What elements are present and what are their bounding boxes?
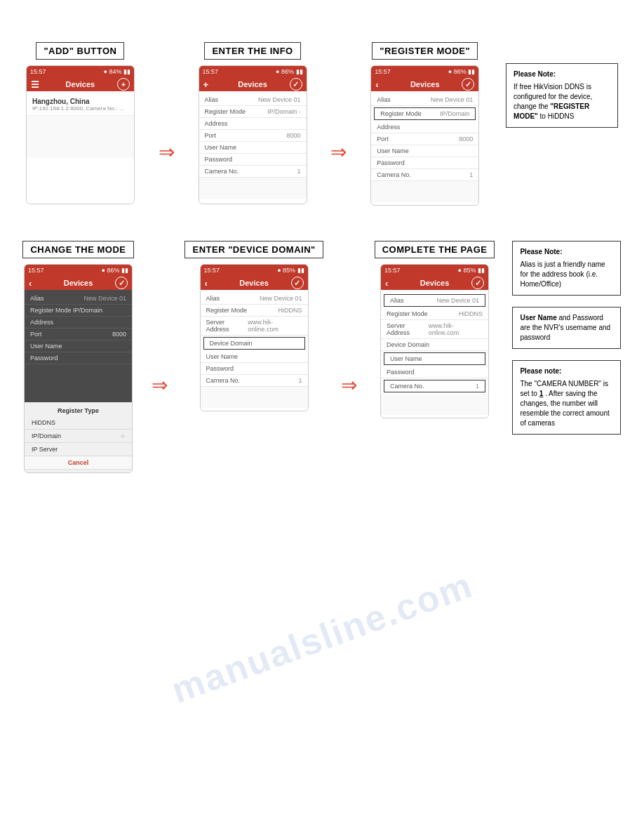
phone6-time: 15:57 bbox=[384, 267, 401, 274]
phone6-bar: 15:57 ● 85% ▮▮ bbox=[381, 265, 488, 276]
note4-box: Please note: The "CAMERA NUMBER" is set … bbox=[512, 360, 621, 435]
username-label6: User Name bbox=[390, 355, 422, 362]
server-value6: www.hik-online.com bbox=[429, 322, 483, 336]
phone5-title: Devices bbox=[239, 279, 269, 287]
phone2-title: Devices bbox=[238, 80, 267, 88]
note1-box: Please Note: If free HikVision DDNS is c… bbox=[506, 63, 618, 128]
check-icon3[interactable]: ✓ bbox=[462, 78, 474, 91]
server-label5: Server Address bbox=[206, 319, 248, 333]
phone3-title: Devices bbox=[410, 80, 440, 88]
row-camera2: Camera No. 1 bbox=[199, 166, 307, 178]
row-password2: Password bbox=[199, 154, 307, 166]
row-alias5: Alias New Device 01 bbox=[201, 293, 308, 305]
device-domain-label5: Device Domain bbox=[210, 340, 253, 347]
bottom-row: CHANGE THE MODE 15:57 ● 86% ▮▮ ‹ Devices… bbox=[14, 241, 630, 473]
row-username5: User Name bbox=[201, 351, 308, 363]
username-label4: User Name bbox=[30, 343, 62, 350]
phone4-bar: 15:57 ● 86% ▮▮ bbox=[25, 265, 132, 276]
row-server6: Server Address www.hik-online.com bbox=[381, 320, 488, 339]
alias-label2: Alias bbox=[205, 96, 219, 103]
row-register5: Register Mode HiDDNS bbox=[201, 305, 308, 317]
camera-value5: 1 bbox=[299, 377, 302, 384]
check-icon2[interactable]: ✓ bbox=[290, 78, 302, 91]
device-name: Hangzhou, China bbox=[32, 98, 128, 105]
arrow2: ⇒ bbox=[330, 140, 347, 164]
step4-block: CHANGE THE MODE 15:57 ● 86% ▮▮ ‹ Devices… bbox=[22, 241, 133, 473]
row-port3: Port 8000 bbox=[371, 133, 478, 145]
hiddns-item[interactable]: HiDDNS bbox=[25, 416, 132, 430]
address-label4: Address bbox=[30, 319, 53, 326]
phone3-content: Alias New Device 01 Register Mode IP/Dom… bbox=[371, 91, 478, 205]
register-label4: Register Mode IP/Domain bbox=[30, 307, 102, 314]
alias-value6: New Device 01 bbox=[437, 297, 480, 304]
device-sub: IP:192.168.1.2:8000, Camera No.: ... bbox=[32, 105, 128, 112]
step4-label: CHANGE THE MODE bbox=[22, 241, 133, 258]
check-icon4[interactable]: ✓ bbox=[115, 277, 128, 289]
note2-title: Please Note: bbox=[520, 247, 613, 257]
phone3-header: ‹ Devices ✓ bbox=[371, 77, 478, 91]
row-password6: Password bbox=[381, 366, 488, 378]
ipserver-item[interactable]: IP Server bbox=[25, 443, 132, 456]
phone1-time: 15:57 bbox=[30, 68, 46, 75]
step3-block: "REGISTER MODE" 15:57 ● 86% ▮▮ ‹ Devices… bbox=[370, 42, 479, 206]
phone3-bar: 15:57 ● 86% ▮▮ bbox=[371, 66, 478, 77]
phone1-header: ☰ Devices + bbox=[27, 77, 134, 91]
arrow1: ⇒ bbox=[159, 140, 175, 164]
phone4-title: Devices bbox=[64, 279, 93, 287]
register-label3: Register Mode bbox=[380, 110, 422, 117]
ipdomain-item[interactable]: IP/Domain ○ bbox=[25, 430, 132, 443]
phone1-content: Hangzhou, China IP:192.168.1.2:8000, Cam… bbox=[27, 91, 134, 204]
ipdomain-radio: ○ bbox=[121, 432, 125, 439]
alias-value2: New Device 01 bbox=[258, 96, 301, 103]
step6-label: COMPLETE THE PAGE bbox=[375, 241, 495, 258]
phone1: 15:57 ● 84% ▮▮ ☰ Devices + Hangzhou, Chi… bbox=[26, 65, 135, 204]
server-value5: www.hik-online.com bbox=[248, 319, 302, 333]
check-icon5[interactable]: ✓ bbox=[291, 277, 304, 289]
camera-value3: 1 bbox=[469, 171, 473, 178]
server-label6: Server Address bbox=[387, 322, 429, 336]
port-value4: 8000 bbox=[112, 331, 126, 338]
phone5-time: 15:57 bbox=[204, 267, 220, 274]
phone1-bar: 15:57 ● 84% ▮▮ bbox=[27, 66, 134, 77]
phone4-content: Alias New Device 01 Register Mode IP/Dom… bbox=[25, 290, 132, 402]
phone1-title: Devices bbox=[66, 80, 95, 88]
password-label4: Password bbox=[30, 355, 58, 362]
alias-value3: New Device 01 bbox=[431, 96, 474, 103]
camera-label5: Camera No. bbox=[206, 377, 241, 384]
phone5: 15:57 ● 85% ▮▮ ‹ Devices ✓ Alias New Dev… bbox=[200, 264, 309, 411]
row-alias4: Alias New Device 01 bbox=[25, 293, 132, 305]
row-camera6-highlight: Camera No. 1 bbox=[384, 380, 485, 392]
phone6-header: ‹ Devices ✓ bbox=[381, 276, 488, 290]
phone4: 15:57 ● 86% ▮▮ ‹ Devices ✓ Alias New Dev… bbox=[24, 264, 133, 473]
check-icon6[interactable]: ✓ bbox=[471, 277, 484, 289]
phone2-header: + Devices ✓ bbox=[199, 77, 307, 91]
username-label2: User Name bbox=[205, 144, 237, 151]
step1-label: "ADD" BUTTON bbox=[36, 42, 124, 60]
step5-label: ENTER "DEVICE DOMAIN" bbox=[185, 241, 323, 258]
address-label3: Address bbox=[377, 124, 400, 131]
password-label3: Password bbox=[377, 159, 405, 166]
phone5-bar: 15:57 ● 85% ▮▮ bbox=[201, 265, 308, 276]
row-alias2: Alias New Device 01 bbox=[199, 94, 307, 106]
add-icon[interactable]: + bbox=[117, 78, 130, 91]
alias-label5: Alias bbox=[206, 295, 220, 302]
row-password3: Password bbox=[371, 157, 478, 169]
menu-icon: ☰ bbox=[31, 79, 39, 90]
password-label2: Password bbox=[205, 156, 233, 163]
back-icon4: ‹ bbox=[29, 278, 32, 289]
register-value5: HiDDNS bbox=[279, 307, 302, 314]
row-password4: Password bbox=[25, 352, 132, 364]
phone4-battery: ● 86% ▮▮ bbox=[102, 267, 128, 274]
step1-block: "ADD" BUTTON 15:57 ● 84% ▮▮ ☰ Devices + … bbox=[26, 42, 135, 204]
register-label6: Register Mode bbox=[387, 310, 428, 317]
device-item: Hangzhou, China IP:192.168.1.2:8000, Cam… bbox=[27, 94, 134, 116]
row-address4: Address bbox=[25, 317, 132, 329]
phone5-battery: ● 85% ▮▮ bbox=[277, 267, 304, 274]
arrow4: ⇒ bbox=[341, 373, 357, 397]
step3-label: "REGISTER MODE" bbox=[372, 42, 478, 60]
camera-value6: 1 bbox=[476, 383, 479, 390]
cancel-item[interactable]: Cancel bbox=[25, 456, 132, 470]
phone4-header: ‹ Devices ✓ bbox=[25, 276, 132, 290]
register-value2: IP/Domain › bbox=[267, 108, 300, 115]
note3-box: User Name and Password are the NVR's use… bbox=[512, 307, 621, 349]
